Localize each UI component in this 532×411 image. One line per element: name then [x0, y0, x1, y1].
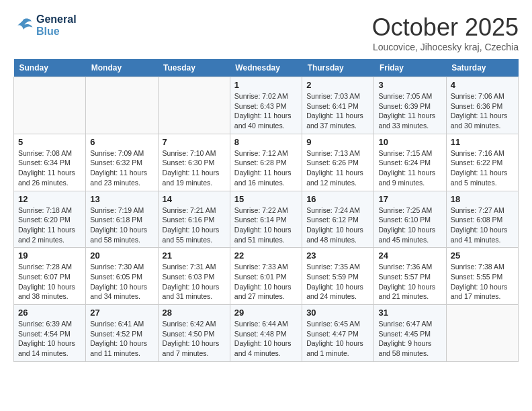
day-info: Sunrise: 7:03 AM Sunset: 6:41 PM Dayligh… [306, 91, 369, 131]
page-header: General Blue October 2025 Loucovice, Jih… [13, 13, 519, 52]
day-number: 18 [451, 194, 514, 204]
day-number: 8 [234, 137, 298, 147]
day-info: Sunrise: 7:28 AM Sunset: 6:07 PM Dayligh… [18, 262, 81, 302]
day-number: 23 [306, 250, 369, 261]
day-info: Sunrise: 7:27 AM Sunset: 6:08 PM Dayligh… [451, 205, 514, 245]
calendar-cell: 12Sunrise: 7:18 AM Sunset: 6:20 PM Dayli… [14, 191, 86, 248]
calendar-cell [86, 77, 158, 134]
day-info: Sunrise: 7:13 AM Sunset: 6:26 PM Dayligh… [306, 148, 369, 188]
calendar-cell: 22Sunrise: 7:33 AM Sunset: 6:01 PM Dayli… [230, 248, 302, 305]
day-number: 20 [90, 250, 153, 261]
location: Loucovice, Jihocesky kraj, Czechia [372, 42, 519, 52]
calendar-cell: 16Sunrise: 7:24 AM Sunset: 6:12 PM Dayli… [302, 191, 374, 248]
day-info: Sunrise: 7:15 AM Sunset: 6:24 PM Dayligh… [378, 148, 441, 188]
calendar-week-4: 19Sunrise: 7:28 AM Sunset: 6:07 PM Dayli… [14, 248, 519, 305]
calendar-cell: 4Sunrise: 7:06 AM Sunset: 6:36 PM Daylig… [446, 77, 518, 134]
calendar-cell: 1Sunrise: 7:02 AM Sunset: 6:43 PM Daylig… [230, 77, 302, 134]
day-info: Sunrise: 6:42 AM Sunset: 4:50 PM Dayligh… [163, 319, 226, 359]
calendar-cell: 29Sunrise: 6:44 AM Sunset: 4:48 PM Dayli… [230, 305, 302, 362]
day-info: Sunrise: 7:30 AM Sunset: 6:05 PM Dayligh… [90, 262, 153, 302]
calendar-cell: 28Sunrise: 6:42 AM Sunset: 4:50 PM Dayli… [158, 305, 230, 362]
calendar-cell: 10Sunrise: 7:15 AM Sunset: 6:24 PM Dayli… [374, 134, 446, 191]
day-number: 16 [306, 194, 369, 204]
day-number: 26 [18, 308, 81, 318]
day-number: 11 [451, 137, 514, 147]
title-block: October 2025 Loucovice, Jihocesky kraj, … [372, 13, 519, 52]
calendar-cell: 8Sunrise: 7:12 AM Sunset: 6:28 PM Daylig… [230, 134, 302, 191]
calendar-cell [446, 305, 518, 362]
calendar-cell: 21Sunrise: 7:31 AM Sunset: 6:03 PM Dayli… [158, 248, 230, 305]
day-header-wednesday: Wednesday [230, 59, 302, 77]
day-info: Sunrise: 7:12 AM Sunset: 6:28 PM Dayligh… [234, 148, 298, 188]
day-info: Sunrise: 7:10 AM Sunset: 6:30 PM Dayligh… [163, 148, 226, 188]
day-number: 14 [163, 194, 226, 204]
day-header-sunday: Sunday [14, 59, 86, 77]
day-number: 4 [451, 80, 514, 90]
calendar-week-5: 26Sunrise: 6:39 AM Sunset: 4:54 PM Dayli… [14, 305, 519, 362]
day-number: 15 [234, 194, 298, 204]
calendar-cell: 9Sunrise: 7:13 AM Sunset: 6:26 PM Daylig… [302, 134, 374, 191]
day-info: Sunrise: 6:44 AM Sunset: 4:48 PM Dayligh… [234, 319, 298, 359]
day-number: 22 [234, 250, 298, 261]
day-info: Sunrise: 7:05 AM Sunset: 6:39 PM Dayligh… [378, 91, 441, 131]
day-number: 6 [90, 137, 153, 147]
calendar-cell: 26Sunrise: 6:39 AM Sunset: 4:54 PM Dayli… [14, 305, 86, 362]
logo: General Blue [13, 13, 77, 38]
calendar-cell: 19Sunrise: 7:28 AM Sunset: 6:07 PM Dayli… [14, 248, 86, 305]
calendar-cell: 7Sunrise: 7:10 AM Sunset: 6:30 PM Daylig… [158, 134, 230, 191]
calendar-week-3: 12Sunrise: 7:18 AM Sunset: 6:20 PM Dayli… [14, 191, 519, 248]
calendar-cell: 3Sunrise: 7:05 AM Sunset: 6:39 PM Daylig… [374, 77, 446, 134]
day-info: Sunrise: 7:21 AM Sunset: 6:16 PM Dayligh… [163, 205, 226, 245]
day-number: 31 [378, 308, 441, 318]
calendar-week-1: 1Sunrise: 7:02 AM Sunset: 6:43 PM Daylig… [14, 77, 519, 134]
calendar-cell: 14Sunrise: 7:21 AM Sunset: 6:16 PM Dayli… [158, 191, 230, 248]
day-number: 13 [90, 194, 153, 204]
day-info: Sunrise: 6:47 AM Sunset: 4:45 PM Dayligh… [378, 319, 441, 359]
calendar-cell: 15Sunrise: 7:22 AM Sunset: 6:14 PM Dayli… [230, 191, 302, 248]
day-number: 30 [306, 308, 369, 318]
day-number: 17 [378, 194, 441, 204]
calendar-week-2: 5Sunrise: 7:08 AM Sunset: 6:34 PM Daylig… [14, 134, 519, 191]
day-number: 24 [378, 250, 441, 261]
day-header-thursday: Thursday [302, 59, 374, 77]
day-number: 5 [18, 137, 81, 147]
day-info: Sunrise: 6:39 AM Sunset: 4:54 PM Dayligh… [18, 319, 81, 359]
calendar-cell: 31Sunrise: 6:47 AM Sunset: 4:45 PM Dayli… [374, 305, 446, 362]
day-info: Sunrise: 7:25 AM Sunset: 6:10 PM Dayligh… [378, 205, 441, 245]
calendar-cell: 2Sunrise: 7:03 AM Sunset: 6:41 PM Daylig… [302, 77, 374, 134]
day-info: Sunrise: 7:24 AM Sunset: 6:12 PM Dayligh… [306, 205, 369, 245]
day-number: 7 [163, 137, 226, 147]
calendar-cell: 27Sunrise: 6:41 AM Sunset: 4:52 PM Dayli… [86, 305, 158, 362]
calendar-cell [158, 77, 230, 134]
day-info: Sunrise: 7:08 AM Sunset: 6:34 PM Dayligh… [18, 148, 81, 188]
calendar-cell: 23Sunrise: 7:35 AM Sunset: 5:59 PM Dayli… [302, 248, 374, 305]
day-number: 1 [234, 80, 298, 90]
day-header-tuesday: Tuesday [158, 59, 230, 77]
day-info: Sunrise: 7:18 AM Sunset: 6:20 PM Dayligh… [18, 205, 81, 245]
day-number: 25 [451, 250, 514, 261]
calendar-header-row: SundayMondayTuesdayWednesdayThursdayFrid… [14, 59, 519, 77]
calendar-cell: 17Sunrise: 7:25 AM Sunset: 6:10 PM Dayli… [374, 191, 446, 248]
day-header-friday: Friday [374, 59, 446, 77]
day-number: 12 [18, 194, 81, 204]
day-info: Sunrise: 7:33 AM Sunset: 6:01 PM Dayligh… [234, 262, 298, 302]
month-title: October 2025 [372, 13, 519, 42]
day-info: Sunrise: 6:41 AM Sunset: 4:52 PM Dayligh… [90, 319, 153, 359]
calendar-cell: 30Sunrise: 6:45 AM Sunset: 4:47 PM Dayli… [302, 305, 374, 362]
day-number: 2 [306, 80, 369, 90]
calendar-cell [14, 77, 86, 134]
day-header-monday: Monday [86, 59, 158, 77]
day-header-saturday: Saturday [446, 59, 518, 77]
day-info: Sunrise: 7:38 AM Sunset: 5:55 PM Dayligh… [451, 262, 514, 302]
day-number: 28 [163, 308, 226, 318]
calendar-cell: 6Sunrise: 7:09 AM Sunset: 6:32 PM Daylig… [86, 134, 158, 191]
calendar-cell: 11Sunrise: 7:16 AM Sunset: 6:22 PM Dayli… [446, 134, 518, 191]
day-number: 19 [18, 250, 81, 261]
calendar-cell: 24Sunrise: 7:36 AM Sunset: 5:57 PM Dayli… [374, 248, 446, 305]
day-info: Sunrise: 7:19 AM Sunset: 6:18 PM Dayligh… [90, 205, 153, 245]
logo-text: General Blue [36, 13, 77, 38]
day-info: Sunrise: 7:35 AM Sunset: 5:59 PM Dayligh… [306, 262, 369, 302]
calendar-cell: 13Sunrise: 7:19 AM Sunset: 6:18 PM Dayli… [86, 191, 158, 248]
day-number: 9 [306, 137, 369, 147]
day-info: Sunrise: 7:06 AM Sunset: 6:36 PM Dayligh… [451, 91, 514, 131]
